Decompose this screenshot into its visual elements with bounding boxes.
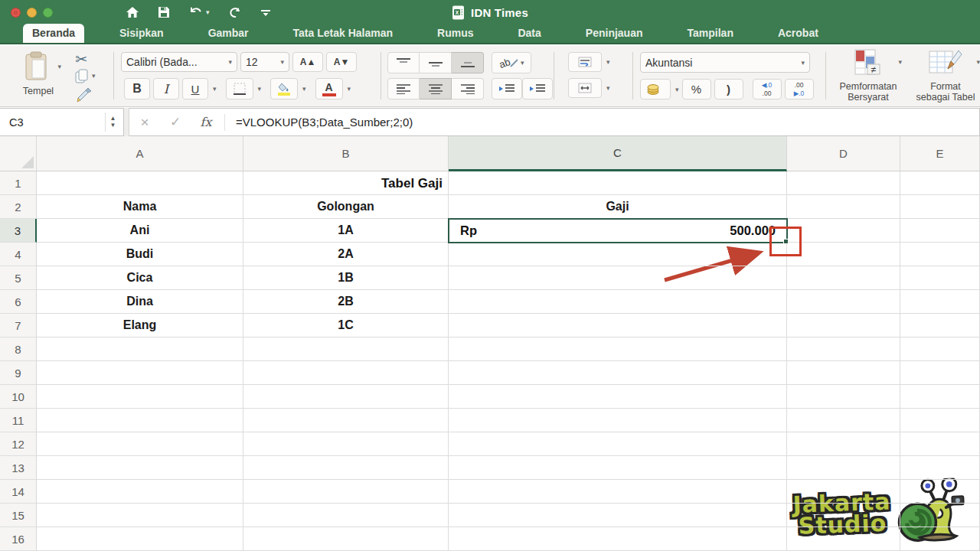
cell-A10[interactable] xyxy=(37,385,243,409)
italic-button[interactable]: I xyxy=(153,78,179,99)
grow-font-button[interactable]: A▲ xyxy=(292,52,323,72)
wrap-text-button[interactable] xyxy=(568,52,602,72)
format-as-table-button[interactable]: ▾ Format sebagai Tabel xyxy=(911,49,980,103)
minimize-window-button[interactable] xyxy=(27,8,37,18)
cell-B4[interactable]: 2A xyxy=(243,243,449,266)
cell-E4[interactable] xyxy=(900,243,980,266)
undo-button[interactable]: ▾ xyxy=(188,6,210,18)
cell-merged-title[interactable]: Tabel Gaji xyxy=(37,171,787,195)
row-header-5[interactable]: 5 xyxy=(0,266,37,290)
cell-B2[interactable]: Golongan xyxy=(243,195,449,219)
cell-D11[interactable] xyxy=(787,409,900,432)
cell-E7[interactable] xyxy=(900,314,980,337)
cell-B6[interactable]: 2B xyxy=(243,290,449,314)
cell-B14[interactable] xyxy=(243,480,449,504)
increase-indent-button[interactable] xyxy=(522,78,553,99)
merge-center-button[interactable] xyxy=(568,78,602,98)
bold-button[interactable]: B xyxy=(124,78,150,99)
cell-B13[interactable] xyxy=(243,456,449,480)
cell-E11[interactable] xyxy=(900,409,980,432)
cell-A9[interactable] xyxy=(37,361,243,385)
column-header-A[interactable]: A xyxy=(37,136,243,171)
row-header-10[interactable]: 10 xyxy=(0,385,37,409)
zoom-window-button[interactable] xyxy=(43,8,53,18)
cell-D8[interactable] xyxy=(787,337,900,361)
ribbon-tab-data[interactable]: Data xyxy=(508,24,550,43)
ribbon-tab-beranda[interactable]: Beranda xyxy=(23,24,84,43)
cell-B7[interactable]: 1C xyxy=(243,314,449,337)
cell-C16[interactable] xyxy=(449,527,787,551)
name-box-stepper[interactable]: ▲▼ xyxy=(105,112,120,132)
wrap-text-caret-icon[interactable]: ▾ xyxy=(606,58,610,66)
decrease-indent-button[interactable] xyxy=(492,78,522,99)
shrink-font-button[interactable]: A▼ xyxy=(326,52,357,72)
stepper-down-icon[interactable]: ▼ xyxy=(110,122,116,129)
cell-B3[interactable]: 1A xyxy=(243,219,449,243)
row-header-11[interactable]: 11 xyxy=(0,409,37,432)
column-header-B[interactable]: B xyxy=(243,136,449,171)
row-header-2[interactable]: 2 xyxy=(0,195,37,219)
cell-D10[interactable] xyxy=(787,385,900,409)
row-header-8[interactable]: 8 xyxy=(0,337,37,361)
cell-A16[interactable] xyxy=(37,527,243,551)
font-color-button[interactable]: A xyxy=(315,78,343,99)
row-header-13[interactable]: 13 xyxy=(0,456,37,480)
active-cell-C3[interactable]: Rp 500.000 xyxy=(448,218,788,243)
cell-E3[interactable] xyxy=(900,219,980,243)
row-header-1[interactable]: 1 xyxy=(0,171,37,195)
cell-D13[interactable] xyxy=(787,456,900,480)
font-name-select[interactable]: Calibri (Bada... ▾ xyxy=(121,52,237,72)
cell-B11[interactable] xyxy=(243,409,449,432)
paste-caret-icon[interactable]: ▾ xyxy=(57,63,61,70)
cell-B15[interactable] xyxy=(243,504,449,527)
decrease-decimal-button[interactable]: .00 ▶.0 xyxy=(785,79,814,99)
cell-E9[interactable] xyxy=(900,361,980,385)
font-size-select[interactable]: 12 ▾ xyxy=(240,52,289,72)
fill-color-caret-icon[interactable]: ▾ xyxy=(302,85,306,93)
row-header-9[interactable]: 9 xyxy=(0,361,37,385)
conditional-formatting-button[interactable]: ≠ ▾ Pemformatan Bersyarat xyxy=(833,49,903,103)
cell-A4[interactable]: Budi xyxy=(37,243,243,266)
cell-D15[interactable] xyxy=(787,504,900,527)
ribbon-tab-peninjauan[interactable]: Peninjauan xyxy=(577,24,652,43)
format-painter-icon[interactable] xyxy=(77,87,93,106)
cell-C5[interactable] xyxy=(449,266,787,290)
cell-E2[interactable] xyxy=(900,195,980,219)
cell-C4[interactable] xyxy=(449,243,787,266)
cell-A6[interactable]: Dina xyxy=(37,290,243,314)
cell-C13[interactable] xyxy=(449,456,787,480)
row-header-4[interactable]: 4 xyxy=(0,243,37,266)
cell-B9[interactable] xyxy=(243,361,449,385)
align-middle-button[interactable] xyxy=(420,52,452,73)
cell-C9[interactable] xyxy=(449,361,787,385)
currency-caret-icon[interactable]: ▾ xyxy=(675,86,679,93)
cell-A5[interactable]: Cica xyxy=(37,266,243,290)
column-header-E[interactable]: E xyxy=(900,136,980,171)
merge-center-caret-icon[interactable]: ▾ xyxy=(606,84,610,92)
cell-A12[interactable] xyxy=(37,432,243,456)
cell-D1[interactable] xyxy=(787,171,900,195)
underline-button[interactable]: U xyxy=(182,78,208,99)
align-top-button[interactable] xyxy=(387,52,420,73)
cell-E1[interactable] xyxy=(900,171,980,195)
customize-toolbar-icon[interactable] xyxy=(260,8,271,17)
align-bottom-button[interactable] xyxy=(452,52,484,73)
row-header-7[interactable]: 7 xyxy=(0,314,37,337)
save-icon[interactable] xyxy=(158,6,170,18)
row-header-6[interactable]: 6 xyxy=(0,290,37,314)
cell-E10[interactable] xyxy=(900,385,980,409)
cell-E15[interactable] xyxy=(900,504,980,527)
home-icon[interactable] xyxy=(126,6,139,18)
paste-label[interactable]: Tempel xyxy=(18,86,58,96)
ribbon-tab-tata-letak-halaman[interactable]: Tata Letak Halaman xyxy=(284,24,402,43)
cancel-formula-icon[interactable]: × xyxy=(129,114,160,131)
undo-caret-icon[interactable]: ▾ xyxy=(206,8,210,16)
ribbon-tab-gambar[interactable]: Gambar xyxy=(199,24,258,43)
redo-button[interactable] xyxy=(228,6,242,18)
cell-D7[interactable] xyxy=(787,314,900,337)
cell-A15[interactable] xyxy=(37,504,243,527)
cell-C11[interactable] xyxy=(449,409,787,432)
insert-function-icon[interactable]: fx xyxy=(191,115,221,129)
cell-D16[interactable] xyxy=(787,527,900,551)
column-header-C[interactable]: C xyxy=(449,136,787,171)
